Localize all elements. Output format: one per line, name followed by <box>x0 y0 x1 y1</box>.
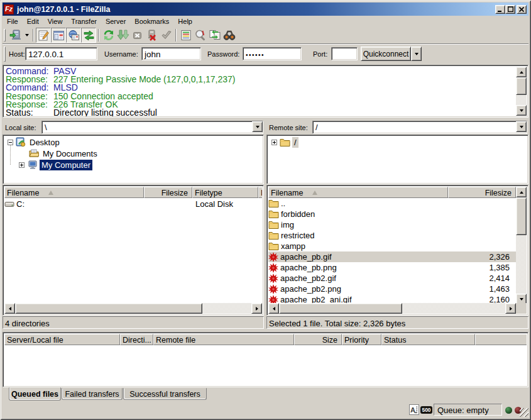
file-row[interactable]: apache_pb2.gif2,414 <box>268 273 516 284</box>
column-filename[interactable]: Filename <box>268 187 448 198</box>
file-row[interactable]: apache_pb.gif2,326 <box>268 251 516 262</box>
column-status[interactable]: Status <box>381 334 475 345</box>
column-size[interactable]: Size <box>294 334 342 345</box>
synchronized-browsing-button[interactable] <box>207 28 222 43</box>
file-row[interactable]: restricted <box>268 230 516 241</box>
close-button[interactable] <box>517 5 527 14</box>
tree-item-my-documents[interactable]: My Documents <box>29 148 99 159</box>
file-row[interactable]: apache_pb.png1,385 <box>268 262 516 273</box>
username-input[interactable]: john <box>141 47 201 60</box>
column-direction[interactable]: Directi... <box>120 334 153 345</box>
site-manager-dropdown[interactable] <box>23 28 31 42</box>
toggle-transfer-queue-button[interactable] <box>81 28 96 43</box>
column-filesize[interactable]: Filesize <box>448 187 516 198</box>
toolbar-grip[interactable] <box>4 29 6 41</box>
toolbar <box>3 27 528 44</box>
tree-item-my-computer[interactable]: My Computer <box>19 159 92 170</box>
site-manager-button[interactable] <box>8 28 23 43</box>
tree-item-desktop[interactable]: Desktop <box>8 136 62 148</box>
local-list-hscrollbar[interactable] <box>4 303 262 314</box>
column-extra[interactable] <box>475 334 527 345</box>
scroll-left-button[interactable] <box>268 303 279 314</box>
tab-successful-transfers[interactable]: Successful transfers <box>123 388 207 400</box>
menu-file[interactable]: File <box>3 16 23 26</box>
speed-limit-indicator[interactable]: 500 <box>420 406 432 414</box>
expand-icon[interactable] <box>19 162 25 168</box>
menu-bookmarks[interactable]: Bookmarks <box>130 16 173 26</box>
log-text: Directory listing successful <box>53 109 157 116</box>
tab-failed-transfers[interactable]: Failed transfers <box>62 388 123 400</box>
host-input[interactable]: 127.0.0.1 <box>25 47 97 60</box>
expand-icon[interactable] <box>271 140 277 145</box>
maximize-button[interactable] <box>505 5 515 14</box>
combo-dropdown-button[interactable] <box>252 121 263 132</box>
quickconnect-grip[interactable] <box>4 47 6 62</box>
file-name: apache_pb.gif <box>280 252 332 262</box>
scroll-down-icon <box>520 298 523 301</box>
column-server-local-file[interactable]: Server/Local file <box>4 334 120 345</box>
column-priority[interactable]: Priority <box>342 334 381 345</box>
status-bar: A 500 Queue: empty <box>3 402 528 417</box>
toggle-remote-tree-button[interactable] <box>66 28 81 43</box>
tab-queued-files[interactable]: Queued files <box>9 387 61 401</box>
scroll-left-button[interactable] <box>4 303 15 314</box>
file-row[interactable]: forbidden <box>268 209 516 219</box>
toggle-message-log-button[interactable] <box>36 28 51 43</box>
collapse-icon[interactable] <box>8 140 13 145</box>
menu-server[interactable]: Server <box>101 16 130 26</box>
scroll-left-icon <box>273 307 275 311</box>
log-scrollbar-thumb[interactable] <box>516 77 527 95</box>
resize-grip[interactable] <box>520 408 528 417</box>
scroll-up-button[interactable] <box>516 187 527 197</box>
quickconnect-button[interactable]: Quickconnect <box>361 47 411 61</box>
hscrollbar-thumb[interactable] <box>279 303 402 314</box>
column-filesize[interactable]: Filesize <box>144 187 192 198</box>
menu-transfer[interactable]: Transfer <box>67 16 101 26</box>
process-queue-button[interactable] <box>116 28 130 43</box>
file-row[interactable]: C: Local Disk <box>4 199 262 209</box>
column-filename[interactable]: Filename <box>4 187 144 198</box>
find-files-button[interactable] <box>222 28 236 43</box>
scroll-right-button[interactable] <box>251 303 262 314</box>
cancel-button[interactable] <box>130 28 145 43</box>
remote-list-hscrollbar[interactable] <box>268 303 516 314</box>
local-tree-icon <box>53 30 65 41</box>
menu-view[interactable]: View <box>43 16 67 26</box>
filter-button[interactable] <box>178 28 193 43</box>
window-title: john@127.0.0.1 - FileZilla <box>17 5 495 14</box>
minimize-button[interactable] <box>495 5 505 14</box>
desktop-icon <box>16 137 26 147</box>
file-row[interactable]: .. <box>268 198 516 209</box>
scroll-down-button[interactable] <box>516 105 527 116</box>
file-name: restricted <box>281 231 314 240</box>
transfer-type-indicator[interactable]: A <box>409 404 419 415</box>
disconnect-button[interactable] <box>145 28 159 43</box>
scroll-up-button[interactable] <box>516 67 527 77</box>
reconnect-button[interactable] <box>159 28 173 43</box>
remote-site-combo[interactable]: / <box>312 121 527 134</box>
scroll-right-button[interactable] <box>505 303 516 314</box>
vscrollbar-thumb[interactable] <box>516 197 527 235</box>
refresh-button[interactable] <box>101 28 116 43</box>
file-row[interactable]: img <box>268 219 516 230</box>
quickconnect-dropdown[interactable] <box>411 47 422 61</box>
column-remote-file[interactable]: Remote file <box>153 334 294 345</box>
directory-comparison-button[interactable] <box>193 28 207 43</box>
hscrollbar-thumb[interactable] <box>15 303 202 314</box>
title-bar[interactable]: Fz john@127.0.0.1 - FileZilla <box>3 3 528 16</box>
column-last-modified[interactable]: L <box>258 187 262 198</box>
password-input[interactable]: •••••• <box>243 47 302 60</box>
port-input[interactable] <box>331 47 358 60</box>
menu-help[interactable]: Help <box>173 16 197 26</box>
log-scrollbar[interactable] <box>516 67 527 116</box>
column-label: Remote file <box>156 336 195 345</box>
column-filetype[interactable]: Filetype <box>192 187 258 198</box>
toggle-local-tree-button[interactable] <box>51 28 66 43</box>
file-row[interactable]: apache_pb2.png1,463 <box>268 284 516 294</box>
combo-dropdown-button[interactable] <box>516 121 527 132</box>
remote-list-vscrollbar[interactable] <box>516 187 527 304</box>
menu-edit[interactable]: Edit <box>23 16 43 26</box>
file-row[interactable]: xampp <box>268 241 516 251</box>
local-site-combo[interactable]: \ <box>41 121 263 134</box>
tree-item-root[interactable]: / <box>271 136 298 148</box>
